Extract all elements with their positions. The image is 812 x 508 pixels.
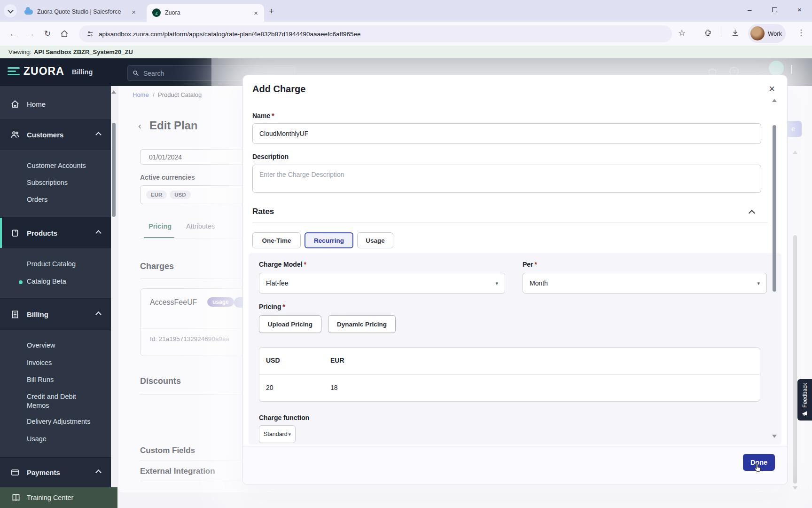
modal-title: Add Charge [252, 84, 305, 95]
close-icon[interactable]: × [769, 83, 775, 95]
required-asterisk: * [535, 261, 537, 268]
charge-model-select[interactable]: Flat-fee ▾ [259, 273, 505, 294]
sidebar-section-customers[interactable]: Customers [0, 119, 111, 150]
url-bar[interactable]: apisandbox.zuora.com/platform/apps/catal… [79, 25, 672, 42]
page-scrollbar[interactable] [793, 235, 797, 484]
browser-tab-zuora[interactable]: z Zuora × [147, 4, 264, 22]
sidebar-item-delivery-adjustments[interactable]: Delivery Adjustments [27, 418, 90, 425]
sidebar-section-products[interactable]: Products [0, 217, 111, 248]
forward-button[interactable]: → [27, 29, 35, 39]
browser-menu-kebab-icon[interactable]: ⋮ [797, 28, 805, 38]
rates-section-header: Rates [252, 207, 767, 218]
sidebar-item-credit-debit-memos[interactable]: Credit and Debit Memos [27, 392, 97, 410]
feedback-label: Feedback [802, 383, 808, 408]
modal-scroll-up-arrow[interactable] [772, 99, 777, 102]
chevron-up-icon [95, 469, 102, 476]
browser-tab-salesforce[interactable]: Zuora Quote Studio | Salesforce × [19, 4, 142, 20]
sidebar-nav: Home Customers Customer Accounts Subscri… [0, 86, 111, 508]
salesforce-favicon-icon [24, 9, 33, 15]
training-book-icon [11, 493, 21, 502]
chevron-down-icon: ▾ [288, 431, 291, 437]
upload-pricing-button[interactable]: Upload Pricing [259, 315, 321, 333]
url-text: apisandbox.zuora.com/platform/apps/catal… [99, 31, 360, 38]
name-label: Name* [252, 112, 274, 119]
collapse-chevron-up-icon[interactable] [749, 210, 755, 216]
extensions-icon[interactable] [704, 29, 712, 37]
feedback-tab[interactable]: Feedback [797, 379, 812, 421]
price-usd[interactable]: 20 [266, 384, 273, 391]
zuora-app: ZUORA Billing ? Home Customers Customer … [0, 58, 812, 508]
sidebar-item-bill-runs[interactable]: Bill Runs [27, 376, 54, 383]
billing-icon [10, 310, 20, 319]
per-label: Per* [523, 261, 537, 268]
sidebar-item-customer-accounts[interactable]: Customer Accounts [27, 162, 86, 169]
sidebar-item-training-center[interactable]: Training Center [0, 487, 117, 508]
window-minimize-button[interactable]: – [748, 6, 751, 14]
sidebar-item-orders[interactable]: Orders [27, 196, 47, 203]
modal-scrollbar[interactable] [773, 125, 776, 292]
mouse-cursor-hand [753, 462, 764, 473]
sidebar-item-product-catalog[interactable]: Product Catalog [27, 260, 76, 268]
charge-type-one-time-button[interactable]: One-Time [252, 232, 301, 248]
chevron-down-icon: ▾ [495, 280, 498, 286]
sidebar-item-usage[interactable]: Usage [27, 435, 47, 443]
charge-type-usage-button[interactable]: Usage [357, 232, 393, 248]
charge-function-select[interactable]: Standard ▾ [259, 425, 296, 443]
modal-scroll-down-arrow[interactable] [772, 435, 777, 438]
browser-chrome: Zuora Quote Studio | Salesforce × z Zuor… [0, 0, 812, 58]
sidebar-item-subscriptions[interactable]: Subscriptions [27, 179, 68, 186]
browser-profile-chip[interactable]: Work [748, 24, 786, 43]
tab-close-icon[interactable]: × [252, 9, 259, 17]
sidebar-item-invoices[interactable]: Invoices [27, 359, 52, 366]
sidebar-item-overview[interactable]: Overview [27, 341, 55, 349]
zuora-logo: ZUORA [23, 65, 64, 78]
search-icon [133, 70, 139, 77]
environment-name: API Sandbox ZBZR_System20_ZU [34, 48, 133, 56]
description-label: Description [252, 153, 289, 160]
content-scroll-up-arrow[interactable] [111, 90, 116, 94]
sidebar-item-home[interactable]: Home [0, 89, 111, 119]
site-info-icon[interactable] [86, 30, 94, 38]
customers-icon [10, 130, 20, 139]
charge-description-input[interactable] [252, 165, 761, 193]
window-close-button[interactable]: × [797, 6, 802, 14]
downloads-icon[interactable] [731, 29, 739, 37]
home-button[interactable] [60, 30, 69, 38]
banner-prefix: Viewing: [8, 48, 31, 56]
browser-toolbar: ← → ↻ apisandbox.zuora.com/platform/apps… [0, 22, 812, 46]
profile-name: Work [768, 30, 782, 37]
add-charge-modal: Add Charge × Name* Description Rates One… [243, 75, 787, 484]
rates-heading: Rates [252, 207, 274, 216]
page-scroll-down-arrow[interactable] [793, 486, 797, 490]
tab-close-icon[interactable]: × [130, 8, 137, 16]
product-name: Billing [72, 68, 93, 76]
tab-title: Zuora [165, 9, 248, 16]
sidebar-section-billing[interactable]: Billing [0, 298, 111, 330]
sidebar-section-payments[interactable]: Payments [0, 457, 111, 487]
sidebar-item-catalog-beta[interactable]: Catalog Beta [27, 278, 66, 285]
chevron-up-icon [95, 230, 102, 236]
chevron-up-icon [95, 132, 102, 138]
charge-type-recurring-button[interactable]: Recurring [304, 232, 353, 248]
sidebar-collapse-icon[interactable] [8, 67, 20, 77]
pricing-label: Pricing* [259, 303, 285, 310]
bookmark-star-icon[interactable]: ☆ [678, 28, 686, 38]
content-scrollbar[interactable] [112, 123, 116, 217]
required-asterisk: * [272, 112, 274, 119]
charge-name-input[interactable] [252, 123, 761, 144]
price-eur[interactable]: 18 [330, 384, 338, 391]
products-icon [10, 229, 20, 238]
page-scroll-up-arrow[interactable] [793, 151, 797, 154]
new-tab-button[interactable]: + [269, 6, 274, 16]
price-table-row[interactable]: 20 18 [259, 375, 760, 402]
reload-button[interactable]: ↻ [44, 29, 51, 39]
dynamic-pricing-button[interactable]: Dynamic Pricing [328, 315, 396, 333]
per-select[interactable]: Month ▾ [523, 273, 767, 294]
chevron-up-icon [95, 311, 102, 318]
required-asterisk: * [282, 303, 285, 310]
back-button[interactable]: ← [9, 29, 17, 39]
modal-footer: Done [243, 446, 787, 484]
payments-icon [10, 468, 20, 477]
window-maximize-button[interactable] [772, 7, 777, 12]
tab-search-button[interactable] [4, 4, 17, 17]
